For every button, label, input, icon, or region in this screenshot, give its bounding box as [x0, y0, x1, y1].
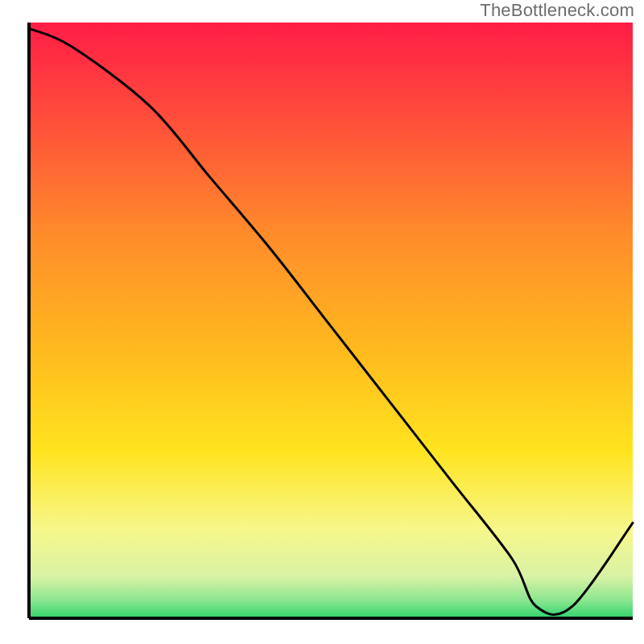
plot-background: [29, 23, 633, 618]
chart-svg: [0, 0, 644, 644]
bottleneck-chart: TheBottleneck.com: [0, 0, 644, 644]
